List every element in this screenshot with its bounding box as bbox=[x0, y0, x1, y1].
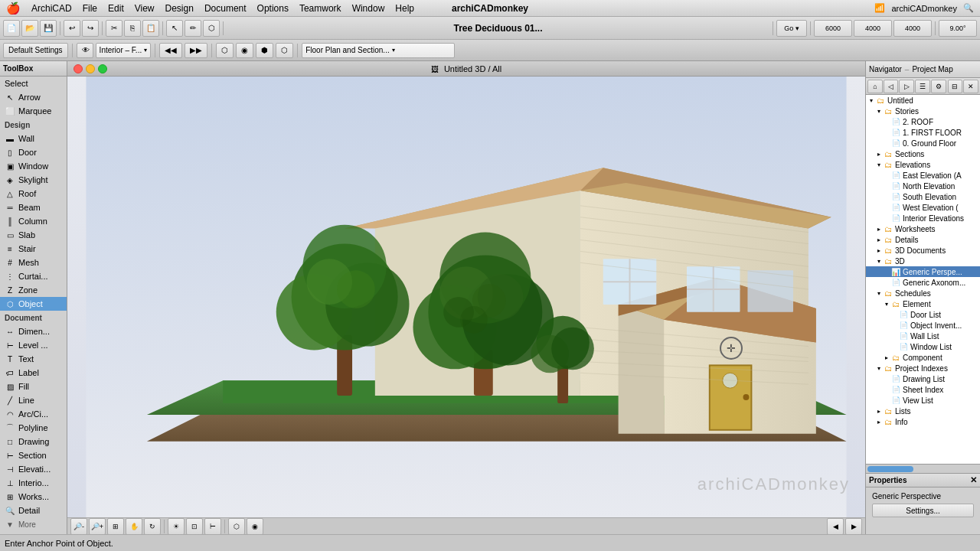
tool-curtain[interactable]: ⋮ Curtai... bbox=[0, 269, 67, 283]
tree-node-window-list[interactable]: 📄 Window List bbox=[866, 341, 980, 352]
tool-roof[interactable]: △ Roof bbox=[0, 187, 67, 201]
tree-node-component[interactable]: ▸ 🗂 Component bbox=[866, 352, 980, 363]
tool-polyline[interactable]: ⌒ Polyline bbox=[0, 421, 67, 435]
tb2-axon[interactable]: ⬡ bbox=[276, 43, 293, 58]
tool-marquee[interactable]: ⬜ Marquee bbox=[0, 104, 67, 118]
tool-more[interactable]: ▼ More bbox=[0, 517, 67, 531]
tree-node-south[interactable]: 📄 South Elevation bbox=[866, 191, 980, 202]
tb-undo[interactable]: ↩ bbox=[64, 20, 80, 37]
vp-btn-sun[interactable]: ☀ bbox=[168, 518, 185, 535]
tree-node-interior-elev[interactable]: 📄 Interior Elevations bbox=[866, 213, 980, 223]
vp-btn-zoom-in[interactable]: 🔎+ bbox=[89, 518, 106, 535]
toggle-proj-indexes[interactable]: ▾ bbox=[875, 365, 883, 372]
menu-window[interactable]: Window bbox=[352, 3, 385, 14]
toggle-worksheets[interactable]: ▸ bbox=[875, 226, 883, 233]
tb2-render[interactable]: ◉ bbox=[236, 43, 253, 58]
tree-node-north[interactable]: 📄 North Elevation bbox=[866, 181, 980, 191]
close-button[interactable] bbox=[74, 64, 83, 73]
nav-scrollbar[interactable] bbox=[866, 464, 980, 473]
props-close-icon[interactable]: ✕ bbox=[970, 475, 977, 485]
tool-level[interactable]: ⊢ Level ... bbox=[0, 338, 67, 352]
tool-elevati[interactable]: ⊣ Elevati... bbox=[0, 462, 67, 476]
settings-button[interactable]: Settings... bbox=[872, 504, 974, 517]
menu-view[interactable]: View bbox=[135, 3, 155, 14]
tb2-3d-view[interactable]: ⬡ bbox=[216, 43, 234, 58]
menu-design[interactable]: Design bbox=[165, 3, 194, 14]
tool-slab[interactable]: ▭ Slab bbox=[0, 228, 67, 242]
menu-document[interactable]: Document bbox=[204, 3, 247, 14]
toggle-component[interactable]: ▸ bbox=[883, 354, 890, 361]
tool-wall[interactable]: ▬ Wall bbox=[0, 132, 67, 145]
tool-works[interactable]: ⊞ Works... bbox=[0, 490, 67, 504]
tool-drawing[interactable]: □ Drawing bbox=[0, 435, 67, 448]
toggle-untitled[interactable]: ▾ bbox=[867, 97, 875, 104]
tree-node-drawing-list[interactable]: 📄 Drawing List bbox=[866, 373, 980, 384]
tb-paste[interactable]: 📋 bbox=[142, 20, 159, 37]
tool-column[interactable]: ║ Column bbox=[0, 214, 67, 228]
tree-node-3d[interactable]: ▾ 🗂 3D bbox=[866, 256, 980, 266]
tb-pointer[interactable]: ↖ bbox=[166, 20, 183, 37]
tree-node-stories[interactable]: ▾ 🗂 Stories bbox=[866, 106, 980, 116]
vp-btn-rotate[interactable]: ↻ bbox=[144, 518, 161, 535]
tb2-view-icon[interactable]: 👁 bbox=[77, 43, 93, 58]
toggle-sections[interactable]: ▸ bbox=[875, 151, 883, 158]
menu-file[interactable]: File bbox=[83, 3, 97, 14]
vp-btn-scroll-right[interactable]: ▶ bbox=[845, 518, 862, 535]
tb-redo[interactable]: ↪ bbox=[82, 20, 99, 37]
tool-fill[interactable]: ▨ Fill bbox=[0, 380, 67, 393]
tree-node-object-invent[interactable]: 📄 Object Invent... bbox=[866, 320, 980, 331]
menu-archicad[interactable]: ArchiCAD bbox=[31, 3, 72, 14]
tool-dimen[interactable]: ↔ Dimen... bbox=[0, 324, 67, 338]
tb2-layer-dropdown[interactable]: Interior – F... bbox=[96, 43, 152, 58]
tree-node-untitled[interactable]: ▾ 🗂 Untitled bbox=[866, 95, 980, 106]
vp-btn-fit[interactable]: ⊞ bbox=[107, 518, 124, 535]
apple-menu[interactable]: 🍎 bbox=[6, 2, 21, 15]
tb-cut[interactable]: ✂ bbox=[106, 20, 122, 37]
vp-btn-render2[interactable]: ◉ bbox=[247, 518, 263, 535]
viewport-canvas[interactable]: archiCADmonkey bbox=[67, 77, 865, 517]
toggle-3ddocs[interactable]: ▸ bbox=[875, 247, 883, 254]
menu-help[interactable]: Help bbox=[395, 3, 414, 14]
tree-node-east[interactable]: 📄 East Elevation (A bbox=[866, 170, 980, 181]
tree-node-ground[interactable]: 📄 0. Ground Floor bbox=[866, 138, 980, 148]
tree-node-lists[interactable]: ▸ 🗂 Lists bbox=[866, 406, 980, 416]
menu-edit[interactable]: Edit bbox=[108, 3, 124, 14]
tool-zone[interactable]: Z Zone bbox=[0, 283, 67, 297]
tool-line[interactable]: ╱ Line bbox=[0, 393, 67, 407]
nav-tb-home[interactable]: ⌂ bbox=[867, 80, 883, 93]
tool-arc[interactable]: ◠ Arc/Ci... bbox=[0, 407, 67, 421]
toggle-element[interactable]: ▾ bbox=[883, 301, 890, 308]
tree-node-generic-persp[interactable]: 📊 Generic Perspe... bbox=[866, 266, 980, 277]
toggle-details[interactable]: ▸ bbox=[875, 236, 883, 243]
tb2-nav-next[interactable]: ▶▶ bbox=[185, 43, 207, 58]
tb-save[interactable]: 💾 bbox=[40, 20, 57, 37]
nav-tb-back[interactable]: ◁ bbox=[884, 80, 899, 93]
tree-node-info[interactable]: ▸ 🗂 Info bbox=[866, 416, 980, 427]
toggle-stories[interactable]: ▾ bbox=[875, 108, 883, 115]
tb-size1[interactable]: 6000 bbox=[814, 20, 852, 37]
toggle-info[interactable]: ▸ bbox=[875, 419, 883, 425]
menu-teamwork[interactable]: Teamwork bbox=[299, 3, 341, 14]
tool-text[interactable]: T Text bbox=[0, 352, 67, 366]
toggle-lists[interactable]: ▸ bbox=[875, 408, 883, 415]
vp-btn-display[interactable]: ⬡ bbox=[228, 518, 245, 535]
tool-interio[interactable]: ⊥ Interio... bbox=[0, 476, 67, 490]
tree-node-3ddocs[interactable]: ▸ 🗂 3D Documents bbox=[866, 245, 980, 256]
tree-node-door-list[interactable]: 📄 Door List bbox=[866, 309, 980, 320]
nav-tb-list[interactable]: ☰ bbox=[915, 80, 930, 93]
tree-node-first-floor[interactable]: 📄 1. FIRST FLOOR bbox=[866, 127, 980, 138]
tb-copy[interactable]: ⎘ bbox=[124, 20, 141, 37]
scroll-thumb[interactable] bbox=[867, 466, 913, 472]
tree-node-sheet-index[interactable]: 📄 Sheet Index bbox=[866, 384, 980, 395]
vp-btn-section[interactable]: ⊢ bbox=[204, 518, 221, 535]
tree-node-element[interactable]: ▾ 🗂 Element bbox=[866, 298, 980, 309]
maximize-button[interactable] bbox=[98, 64, 107, 73]
tb-go[interactable]: Go ▾ bbox=[776, 20, 807, 37]
tree-node-proj-indexes[interactable]: ▾ 🗂 Project Indexes bbox=[866, 363, 980, 373]
vp-btn-scroll-left[interactable]: ◀ bbox=[827, 518, 844, 535]
tool-skylight[interactable]: ◈ Skylight bbox=[0, 173, 67, 187]
tool-window[interactable]: ▣ Window bbox=[0, 159, 67, 173]
tool-object[interactable]: ⬡ Object bbox=[0, 297, 67, 311]
minimize-button[interactable] bbox=[86, 64, 95, 73]
tool-arrow[interactable]: ↖ Arrow bbox=[0, 90, 67, 104]
